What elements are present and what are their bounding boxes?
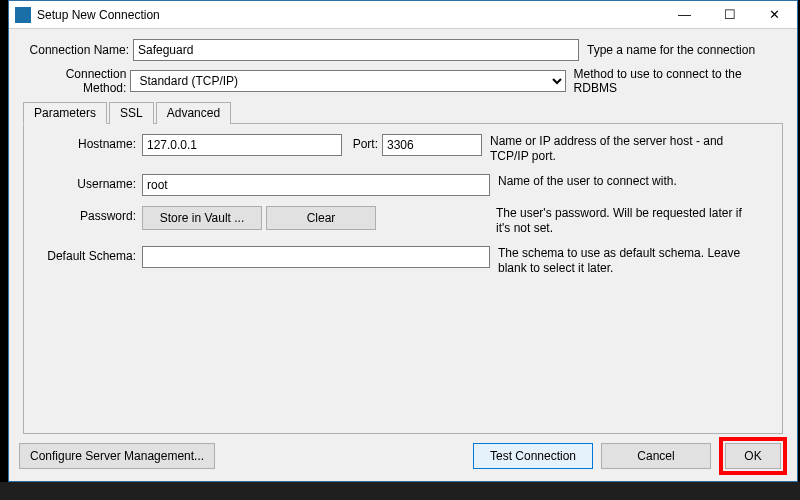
tab-advanced[interactable]: Advanced bbox=[156, 102, 231, 124]
username-hint: Name of the user to connect with. bbox=[490, 174, 750, 196]
minimize-button[interactable]: — bbox=[662, 1, 707, 29]
connection-method-hint: Method to use to connect to the RDBMS bbox=[566, 67, 783, 95]
connection-name-input[interactable] bbox=[133, 39, 579, 61]
tab-body-parameters: Hostname: Port: Name or IP address of th… bbox=[23, 124, 783, 434]
hostname-hint: Name or IP address of the server host - … bbox=[482, 134, 742, 164]
default-schema-input[interactable] bbox=[142, 246, 490, 268]
username-label: Username: bbox=[30, 174, 142, 196]
test-connection-button[interactable]: Test Connection bbox=[473, 443, 593, 469]
close-button[interactable]: ✕ bbox=[752, 1, 797, 29]
taskbar bbox=[0, 482, 800, 500]
configure-server-button[interactable]: Configure Server Management... bbox=[19, 443, 215, 469]
port-label: Port: bbox=[342, 134, 382, 164]
ok-highlight: OK bbox=[719, 437, 787, 475]
tab-ssl[interactable]: SSL bbox=[109, 102, 154, 124]
maximize-button[interactable]: ☐ bbox=[707, 1, 752, 29]
dialog-window: Setup New Connection — ☐ ✕ Connection Na… bbox=[8, 0, 798, 482]
port-input[interactable] bbox=[382, 134, 482, 156]
content-area: Connection Name: Type a name for the con… bbox=[9, 29, 797, 434]
dialog-footer: Configure Server Management... Test Conn… bbox=[19, 437, 787, 475]
default-schema-hint: The schema to use as default schema. Lea… bbox=[490, 246, 750, 276]
connection-name-hint: Type a name for the connection bbox=[579, 43, 755, 57]
cancel-button[interactable]: Cancel bbox=[601, 443, 711, 469]
hostname-input[interactable] bbox=[142, 134, 342, 156]
window-title: Setup New Connection bbox=[37, 8, 662, 22]
default-schema-label: Default Schema: bbox=[30, 246, 142, 276]
password-label: Password: bbox=[30, 206, 142, 236]
password-hint: The user's password. Will be requested l… bbox=[488, 206, 748, 236]
connection-method-select[interactable]: Standard (TCP/IP) bbox=[130, 70, 565, 92]
tab-bar: Parameters SSL Advanced bbox=[23, 101, 783, 124]
app-icon bbox=[15, 7, 31, 23]
clear-password-button[interactable]: Clear bbox=[266, 206, 376, 230]
username-input[interactable] bbox=[142, 174, 490, 196]
store-vault-button[interactable]: Store in Vault ... bbox=[142, 206, 262, 230]
tab-parameters[interactable]: Parameters bbox=[23, 102, 107, 124]
connection-name-label: Connection Name: bbox=[23, 43, 133, 57]
titlebar: Setup New Connection — ☐ ✕ bbox=[9, 1, 797, 29]
ok-button[interactable]: OK bbox=[725, 443, 781, 469]
hostname-label: Hostname: bbox=[30, 134, 142, 164]
connection-method-label: Connection Method: bbox=[23, 67, 130, 95]
